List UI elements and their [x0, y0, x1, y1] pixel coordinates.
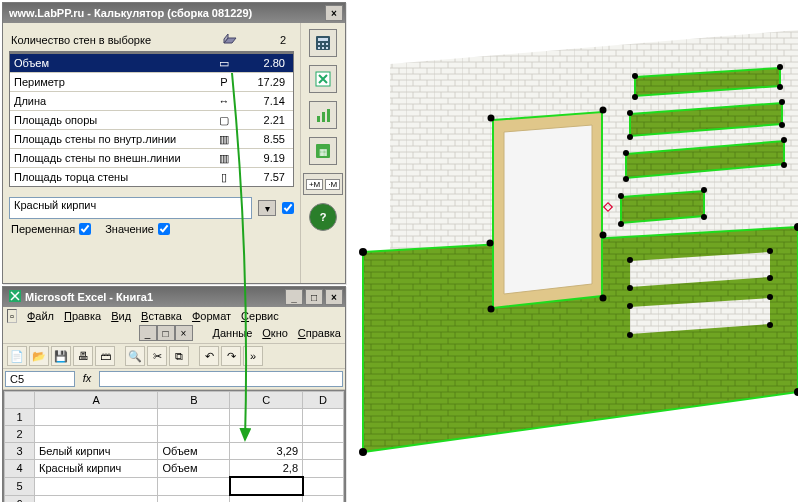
cell[interactable] — [303, 477, 344, 495]
write-tool[interactable]: ▦ — [309, 137, 337, 165]
cell[interactable] — [35, 426, 158, 443]
close-icon[interactable]: × — [325, 289, 343, 305]
cell[interactable] — [230, 409, 303, 426]
calc-tool[interactable] — [309, 29, 337, 57]
menu-данные[interactable]: Данные — [213, 327, 253, 339]
cell[interactable] — [35, 477, 158, 495]
undo-icon[interactable]: ↶ — [199, 346, 219, 366]
menu-правка[interactable]: Правка — [64, 310, 101, 322]
formula-bar: C5 fх — [3, 369, 345, 390]
cell[interactable] — [230, 477, 303, 495]
menu-сервис[interactable]: Сервис — [241, 310, 279, 322]
row-header[interactable]: 3 — [5, 443, 35, 460]
menu-формат[interactable]: Формат — [192, 310, 231, 322]
properties-grid[interactable]: Объем▭2.80ПериметрP17.29Длина↔7.14Площад… — [9, 53, 294, 187]
svg-point-57 — [767, 248, 773, 254]
svg-rect-13 — [327, 109, 330, 122]
maximize-icon[interactable]: □ — [305, 289, 323, 305]
menu-вид[interactable]: Вид — [111, 310, 131, 322]
dropdown-button[interactable]: ▾ — [258, 200, 276, 216]
col-header[interactable]: A — [35, 392, 158, 409]
cell[interactable] — [303, 460, 344, 478]
property-row[interactable]: ПериметрP17.29 — [10, 73, 293, 92]
cell[interactable] — [303, 409, 344, 426]
menu-файл[interactable]: Файл — [27, 310, 54, 322]
minimize-icon[interactable]: _ — [285, 289, 303, 305]
property-row[interactable]: Объем▭2.80 — [10, 54, 293, 73]
formula-field[interactable] — [99, 371, 343, 387]
close-icon[interactable]: × — [325, 5, 343, 21]
value-checkbox[interactable]: Значение — [105, 223, 170, 235]
row-header[interactable]: 4 — [5, 460, 35, 478]
open-icon[interactable]: 📂 — [29, 346, 49, 366]
cut-icon[interactable]: ✂ — [147, 346, 167, 366]
cell[interactable] — [303, 495, 344, 502]
cell[interactable] — [303, 426, 344, 443]
menu-окно[interactable]: Окно — [262, 327, 288, 339]
cell[interactable] — [158, 426, 230, 443]
svg-rect-11 — [317, 116, 320, 122]
save-icon[interactable]: 💾 — [51, 346, 71, 366]
research-icon[interactable]: 🔍 — [125, 346, 145, 366]
property-row[interactable]: Длина↔7.14 — [10, 92, 293, 111]
col-header[interactable]: B — [158, 392, 230, 409]
excel-menubar[interactable]: ▫ ФайлПравкаВидВставкаФорматСервис_□×Дан… — [3, 307, 345, 344]
svg-point-44 — [627, 110, 633, 116]
svg-point-34 — [600, 232, 607, 239]
excel-window: Microsoft Excel - Книга1 _ □ × ▫ ФайлПра… — [2, 286, 346, 502]
excel-titlebar[interactable]: Microsoft Excel - Книга1 _ □ × — [3, 287, 345, 307]
menu-вставка[interactable]: Вставка — [141, 310, 182, 322]
material-field[interactable]: Красный кирпич — [9, 197, 252, 219]
cell[interactable] — [35, 495, 158, 502]
cell[interactable]: 3,29 — [230, 443, 303, 460]
material-checkbox[interactable] — [282, 202, 294, 214]
cell[interactable]: Белый кирпич — [35, 443, 158, 460]
menu-справка[interactable]: Справка — [298, 327, 341, 339]
print-icon[interactable]: 🖶 — [73, 346, 93, 366]
property-row[interactable]: Площадь торца стены▯7.57 — [10, 168, 293, 187]
col-header[interactable] — [5, 392, 35, 409]
svg-point-51 — [623, 176, 629, 182]
row-header[interactable]: 2 — [5, 426, 35, 443]
chart-tool[interactable] — [309, 101, 337, 129]
cell[interactable] — [158, 409, 230, 426]
property-row[interactable]: Площадь опоры▢2.21 — [10, 111, 293, 130]
svg-point-62 — [767, 322, 773, 328]
col-header[interactable]: D — [303, 392, 344, 409]
svg-point-37 — [488, 306, 495, 313]
row-header[interactable]: 5 — [5, 477, 35, 495]
svg-point-45 — [779, 99, 785, 105]
doc-close-icon[interactable]: _□× — [139, 325, 193, 341]
property-row[interactable]: Площадь стены по внешн.линии▥9.19 — [10, 149, 293, 168]
mult-tool[interactable]: +M ·M — [303, 173, 343, 195]
copy-icon[interactable]: ⧉ — [169, 346, 189, 366]
col-header[interactable]: C — [230, 392, 303, 409]
name-box[interactable]: C5 — [5, 371, 75, 387]
cell[interactable]: Объем — [158, 443, 230, 460]
property-row[interactable]: Площадь стены по внутр.линии▥8.55 — [10, 130, 293, 149]
cell[interactable]: Объем — [158, 460, 230, 478]
new-icon[interactable]: 📄 — [7, 346, 27, 366]
fx-icon[interactable]: fх — [77, 369, 97, 389]
cell[interactable] — [158, 477, 230, 495]
cell[interactable] — [303, 443, 344, 460]
redo-icon[interactable]: ↷ — [221, 346, 241, 366]
spreadsheet-grid[interactable]: ABCD123Белый кирпичОбъем3,294Красный кир… — [3, 390, 345, 502]
excel-link-tool[interactable] — [309, 65, 337, 93]
more-icon[interactable]: » — [243, 346, 263, 366]
cell[interactable] — [230, 495, 303, 502]
row-header[interactable]: 6 — [5, 495, 35, 502]
excel-icon — [9, 290, 21, 304]
help-tool[interactable]: ? — [309, 203, 337, 231]
cell[interactable] — [158, 495, 230, 502]
cell[interactable]: 2,8 — [230, 460, 303, 478]
variable-checkbox[interactable]: Переменная — [11, 223, 91, 235]
cell[interactable] — [230, 426, 303, 443]
calc-titlebar[interactable]: www.LabPP.ru - Калькулятор (сборка 08122… — [3, 3, 345, 23]
control-icon[interactable]: ▫ — [7, 309, 17, 323]
permission-icon[interactable]: 🗃 — [95, 346, 115, 366]
row-header[interactable]: 1 — [5, 409, 35, 426]
3d-viewport[interactable] — [350, 2, 798, 500]
cell[interactable] — [35, 409, 158, 426]
cell[interactable]: Красный кирпич — [35, 460, 158, 478]
